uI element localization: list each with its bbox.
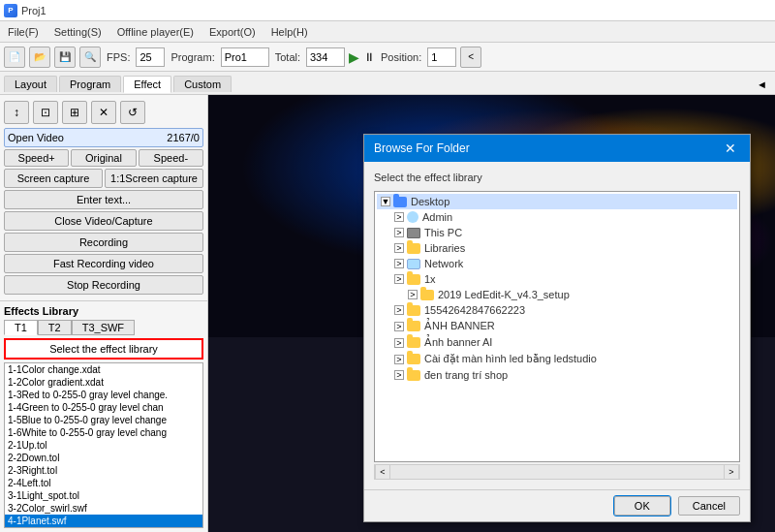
tab-custom[interactable]: Custom xyxy=(173,76,232,92)
folder-icon-anh-banner xyxy=(407,321,420,331)
list-item[interactable]: 1-2Color gradient.xdat xyxy=(5,376,202,389)
capture-row: Screen capture 1:1Screen capture xyxy=(4,169,203,188)
icon-btn-5[interactable]: ↺ xyxy=(120,101,145,124)
list-item[interactable]: 2-3Right.tol xyxy=(5,464,202,477)
tree-item-anh-banner-ai[interactable]: > Ảnh banner AI xyxy=(377,334,737,351)
tree-item-libraries[interactable]: > Libraries xyxy=(377,240,737,256)
list-item[interactable]: 3-1Light_spot.tol xyxy=(5,489,202,502)
position-input[interactable] xyxy=(427,47,456,67)
tree-expand-den-trang-tri[interactable]: > xyxy=(394,370,404,380)
icon-btn-2[interactable]: ⊡ xyxy=(33,101,58,124)
play-button[interactable]: ▶ xyxy=(349,49,359,65)
speed-minus-button[interactable]: Speed- xyxy=(139,149,203,167)
icon-btn-4[interactable]: ✕ xyxy=(91,101,116,124)
tab-layout[interactable]: Layout xyxy=(4,76,57,92)
tree-item-lededit[interactable]: > 2019 LedEdit-K_v4.3_setup xyxy=(377,287,737,302)
tree-expand-lededit[interactable]: > xyxy=(408,290,418,299)
tree-label-lededit: 2019 LedEdit-K_v4.3_setup xyxy=(438,289,570,300)
effects-tab-t3swf[interactable]: T3_SWF xyxy=(72,320,135,335)
tree-item-cai-dat[interactable]: > Cài đặt màn hình led bằng ledstudio xyxy=(377,351,737,367)
list-item[interactable]: 1-4Green to 0-255-0 gray level chan xyxy=(5,401,202,414)
save-btn[interactable]: 💾 xyxy=(54,47,76,68)
horizontal-scrollbar[interactable]: < > xyxy=(374,464,740,480)
list-item[interactable]: 2-4Left.tol xyxy=(5,477,202,489)
tree-expand-anh-banner-ai[interactable]: > xyxy=(394,338,404,348)
dialog-ok-button[interactable]: OK xyxy=(614,496,670,516)
menu-offline-player[interactable]: Offline player(E) xyxy=(113,25,198,39)
menu-file[interactable]: File(F) xyxy=(4,25,43,39)
tree-item-anh-banner[interactable]: > ẢNH BANNER xyxy=(377,318,737,334)
close-video-capture-button[interactable]: Close Video/Capture xyxy=(4,211,203,231)
original-button[interactable]: Original xyxy=(71,149,136,167)
menu-help[interactable]: Help(H) xyxy=(267,25,312,39)
list-item[interactable]: 1-3Red to 0-255-0 gray level change. xyxy=(5,389,202,401)
list-item[interactable]: 2-2Down.tol xyxy=(5,452,202,464)
screen-capture-button[interactable]: Screen capture xyxy=(4,169,103,188)
list-item[interactable]: 1-6White to 0-255-0 gray level chang xyxy=(5,426,202,439)
open-video-button[interactable]: Open Video 2167/0 xyxy=(4,128,203,147)
program-input[interactable] xyxy=(221,47,269,67)
menu-export[interactable]: Export(O) xyxy=(205,25,260,39)
tree-item-den-trang-tri[interactable]: > đen trang trí shop xyxy=(377,367,737,383)
scroll-track[interactable] xyxy=(390,465,724,479)
scroll-left-arrow[interactable]: < xyxy=(375,464,390,480)
fps-input[interactable] xyxy=(136,47,165,67)
dialog-cancel-button[interactable]: Cancel xyxy=(678,496,740,516)
effects-tab-t1[interactable]: T1 xyxy=(4,320,38,335)
menu-bar: File(F) Setting(S) Offline player(E) Exp… xyxy=(0,21,775,43)
tree-expand-admin[interactable]: > xyxy=(394,212,404,222)
recording-button[interactable]: Recording xyxy=(4,233,203,252)
icon-btn-3[interactable]: ⊞ xyxy=(62,101,87,124)
tree-item-15542[interactable]: > 15542642847662223 xyxy=(377,302,737,318)
fast-recording-button[interactable]: Fast Recording video xyxy=(4,254,203,273)
new-btn[interactable]: 📄 xyxy=(4,47,25,68)
tab-effect[interactable]: Effect xyxy=(123,76,171,93)
list-item[interactable]: 1-1Color change.xdat xyxy=(5,363,202,376)
app-icon: P xyxy=(4,4,17,17)
scroll-right-arrow[interactable]: > xyxy=(724,464,739,480)
tree-item-desktop[interactable]: ▼ Desktop xyxy=(377,194,737,209)
tree-expand-cai-dat[interactable]: > xyxy=(394,355,404,364)
tree-item-this-pc[interactable]: > This PC xyxy=(377,225,737,240)
list-item[interactable]: 3-2Color_swirl.swf xyxy=(5,502,202,515)
tree-expand-network[interactable]: > xyxy=(394,259,404,268)
tab-arrow[interactable]: ◄ xyxy=(753,78,771,90)
prev-btn[interactable]: < xyxy=(460,47,481,68)
folder-icon-libraries xyxy=(407,243,420,254)
tree-label-desktop: Desktop xyxy=(411,196,450,207)
dialog-title-bar: Browse For Folder ✕ xyxy=(364,135,750,162)
tree-item-network[interactable]: > Network xyxy=(377,256,737,271)
dialog-close-button[interactable]: ✕ xyxy=(721,141,740,156)
open-btn[interactable]: 📂 xyxy=(29,47,50,68)
tree-item-admin[interactable]: > Admin xyxy=(377,209,737,225)
tree-expand-anh-banner[interactable]: > xyxy=(394,322,404,331)
left-buttons: ↕ ⊡ ⊞ ✕ ↺ Open Video 2167/0 Speed+ Origi… xyxy=(0,95,207,298)
tree-expand-15542[interactable]: > xyxy=(394,305,404,315)
open-video-value: 2167/0 xyxy=(167,132,200,143)
tree-item-1x[interactable]: > 1x xyxy=(377,271,737,287)
stop-recording-button[interactable]: Stop Recording xyxy=(4,275,203,295)
menu-setting[interactable]: Setting(S) xyxy=(50,25,106,39)
tree-label-libraries: Libraries xyxy=(424,242,465,254)
effects-tabs: T1 T2 T3_SWF xyxy=(4,320,203,335)
list-item[interactable]: 2-1Up.tol xyxy=(5,439,202,452)
tree-expand-1x[interactable]: > xyxy=(394,274,404,284)
network-icon xyxy=(407,259,420,269)
tree-expand-this-pc[interactable]: > xyxy=(394,228,404,237)
pause-button[interactable]: ⏸ xyxy=(363,50,375,64)
effects-tab-t2[interactable]: T2 xyxy=(38,320,72,335)
list-item-selected[interactable]: 4-1Planet.swf xyxy=(5,515,202,527)
speed-plus-button[interactable]: Speed+ xyxy=(4,149,69,167)
list-item[interactable]: 1-5Blue to 0-255-0 gray level change xyxy=(5,414,202,426)
total-input[interactable] xyxy=(306,47,345,67)
tree-expand-desktop[interactable]: ▼ xyxy=(381,197,390,206)
enter-text-button[interactable]: Enter text... xyxy=(4,190,203,209)
folder-icon-lededit xyxy=(420,290,434,300)
select-effect-library-button[interactable]: Select the effect library xyxy=(4,338,203,360)
icon-btn-1[interactable]: ↕ xyxy=(4,101,29,124)
tab-program[interactable]: Program xyxy=(59,76,121,92)
tree-expand-libraries[interactable]: > xyxy=(394,243,404,253)
title-bar: P Proj1 xyxy=(0,0,775,21)
screen-capture-1to1-button[interactable]: 1:1Screen capture xyxy=(105,169,203,188)
search-btn[interactable]: 🔍 xyxy=(79,47,101,68)
